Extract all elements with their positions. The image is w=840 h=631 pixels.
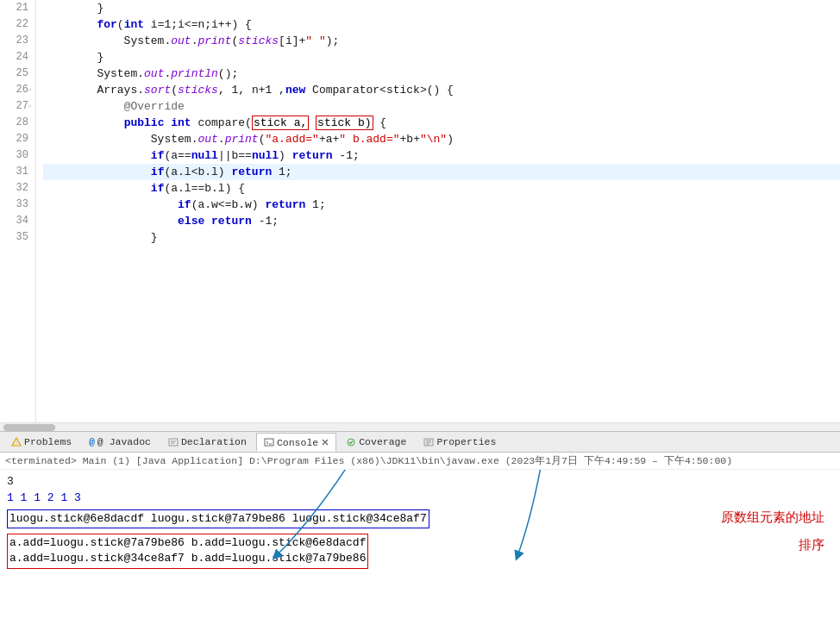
- ln-23: 23: [3, 33, 28, 49]
- close-console-icon[interactable]: [322, 439, 329, 446]
- ln-33: 33: [3, 197, 28, 213]
- editor-area: 21 22 23 24 25 26 27 28 29 30 31 32 33 3…: [0, 0, 840, 422]
- tab-properties-label: Properties: [436, 436, 496, 447]
- tab-javadoc[interactable]: @ @ Javadoc: [81, 433, 159, 452]
- ln-31: 31: [3, 164, 28, 180]
- ln-27: 27: [3, 98, 28, 115]
- ln-29: 29: [3, 131, 28, 147]
- declaration-icon: [168, 437, 179, 447]
- output-line-4a: a.add=luogu.stick@7a79be86 b.add=luogu.s…: [9, 535, 366, 551]
- code-line-24: }: [43, 49, 840, 66]
- output-line-2: 1 1 1 2 1 3: [7, 490, 833, 506]
- code-line-31: if(a.l<b.l) return 1;: [43, 164, 840, 180]
- ln-26: 26: [3, 82, 28, 98]
- code-lines[interactable]: } for(int i=1;i<=n;i++) { System.out.pri…: [36, 0, 840, 422]
- console-icon: [264, 437, 274, 447]
- scrollbar-thumb[interactable]: [3, 424, 55, 431]
- ln-24: 24: [3, 49, 28, 66]
- output-box-red-wrapper: a.add=luogu.stick@7a79be86 b.add=luogu.s…: [7, 534, 368, 568]
- tab-javadoc-label: @ Javadoc: [97, 436, 151, 447]
- tab-coverage[interactable]: Coverage: [338, 433, 414, 452]
- bottom-panel: ! Problems @ @ Javadoc Declaration Conso…: [0, 431, 840, 631]
- svg-rect-5: [265, 439, 273, 446]
- tab-coverage-label: Coverage: [359, 436, 406, 447]
- line-numbers: 21 22 23 24 25 26 27 28 29 30 31 32 33 3…: [0, 0, 36, 422]
- ln-28: 28: [3, 115, 28, 131]
- horizontal-scrollbar[interactable]: [0, 422, 840, 431]
- code-line-32: if(a.l==b.l) {: [43, 180, 840, 197]
- output-box-blue-wrapper: luogu.stick@6e8dacdf luogu.stick@7a79be8…: [7, 509, 429, 528]
- javadoc-icon: @: [89, 437, 95, 447]
- tab-properties[interactable]: Properties: [416, 433, 504, 452]
- code-line-35: }: [43, 229, 840, 246]
- output-line-4b: a.add=luogu.stick@34ce8af7 b.add=luogu.s…: [9, 551, 366, 566]
- code-line-22: for(int i=1;i<=n;i++) {: [43, 16, 840, 33]
- output-line-1: 3: [7, 473, 833, 490]
- ln-32: 32: [3, 180, 28, 197]
- code-line-30: if(a==null||b==null) return -1;: [43, 147, 840, 164]
- code-line-25: System.out.println();: [43, 66, 840, 82]
- code-line-21: }: [43, 0, 840, 16]
- code-line-26: Arrays.sort(sticks, 1, n+1 ,new Comparat…: [43, 82, 840, 98]
- code-line-27: @Override: [43, 98, 840, 115]
- svg-text:!: !: [15, 440, 18, 447]
- code-line-34: else return -1;: [43, 213, 840, 229]
- annotation-label-address: 原数组元素的地址: [721, 509, 824, 526]
- output-line-4-wrapper: a.add=luogu.stick@7a79be86 b.add=luogu.s…: [7, 532, 833, 568]
- svg-rect-2: [169, 439, 178, 446]
- code-line-23: System.out.print(sticks[i]+" ");: [43, 33, 840, 49]
- warning-icon: !: [11, 437, 22, 447]
- tab-declaration-label: Declaration: [181, 436, 247, 447]
- ln-21: 21: [3, 0, 28, 16]
- annotation-label-sort: 排序: [799, 537, 824, 553]
- tab-declaration[interactable]: Declaration: [160, 433, 254, 452]
- ln-34: 34: [3, 213, 28, 229]
- code-line-29: System.out.print("a.add="+a+" b.add="+b+…: [43, 131, 840, 147]
- tab-bar: ! Problems @ @ Javadoc Declaration Conso…: [0, 432, 840, 453]
- tab-problems-label: Problems: [24, 436, 72, 447]
- ln-35: 35: [3, 229, 28, 246]
- tab-console-label: Console: [277, 437, 318, 448]
- ln-30: 30: [3, 147, 28, 164]
- tab-console[interactable]: Console: [256, 433, 336, 452]
- ln-22: 22: [3, 16, 28, 33]
- output-line-3: luogu.stick@6e8dacdf luogu.stick@7a79be8…: [9, 512, 427, 525]
- tab-problems[interactable]: ! Problems: [3, 433, 79, 452]
- code-line-28: public int compare(stick a, stick b) {: [43, 115, 840, 131]
- properties-icon: [423, 437, 434, 447]
- console-output: 3 1 1 1 2 1 3 luogu.stick@6e8dacdf luogu…: [0, 470, 840, 629]
- output-line-3-wrapper: luogu.stick@6e8dacdf luogu.stick@7a79be8…: [7, 508, 833, 528]
- status-line: <terminated> Main (1) [Java Application]…: [0, 453, 840, 470]
- ln-25: 25: [3, 66, 28, 82]
- code-line-33: if(a.w<=b.w) return 1;: [43, 197, 840, 213]
- coverage-icon: [346, 437, 356, 447]
